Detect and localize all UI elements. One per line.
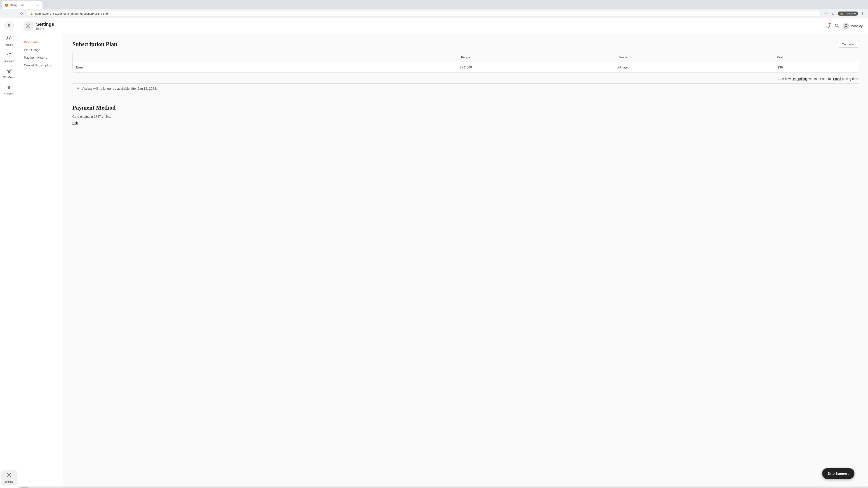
- tab-bar: 🟠 Billing · Drip × +: [2, 1, 50, 9]
- lock-warning-icon: [76, 87, 80, 92]
- sidebar-people-label: People: [5, 43, 13, 46]
- browser-titlebar: 🟠 Billing · Drip × +: [0, 0, 868, 9]
- svg-rect-14: [77, 89, 79, 91]
- sidebar-settings-label: Settings: [4, 480, 13, 483]
- page-title: Settings: [36, 22, 54, 27]
- svg-rect-7: [7, 87, 8, 89]
- sub-nav-plan-usage[interactable]: Plan Usage: [22, 46, 59, 54]
- access-warning-text: Access will no longer be available after…: [82, 87, 157, 90]
- col-header-cost: Cost: [702, 53, 859, 62]
- close-tab-button[interactable]: ×: [36, 3, 39, 7]
- menu-button[interactable]: ⋮: [860, 10, 866, 17]
- sidebar-item-campaigns[interactable]: Campaigns: [1, 49, 17, 65]
- section-divider: [72, 100, 859, 100]
- top-header: Settings Billing: [18, 18, 868, 34]
- address-bar[interactable]: 🔒 getdrip.com/7641396/settings/billing?s…: [27, 11, 820, 17]
- campaigns-icon: [6, 52, 12, 59]
- bottom-scrollbar[interactable]: [18, 486, 868, 488]
- user-avatar: [843, 23, 849, 29]
- subscription-section-header: Subscription Plan Canceled: [72, 41, 859, 48]
- canceled-badge: Canceled: [838, 41, 859, 48]
- browser-controls: ← → ⟳ 🔒 getdrip.com/7641396/settings/bil…: [0, 9, 868, 18]
- refresh-button[interactable]: ⟳: [19, 10, 25, 17]
- settings-icon: [6, 472, 12, 480]
- notification-dot: [829, 23, 831, 24]
- app-container: ☺ People Campaigns: [0, 18, 868, 488]
- sidebar: ☺ People Campaigns: [0, 18, 18, 488]
- sub-nav-payment-history[interactable]: Payment History: [22, 54, 59, 61]
- plan-table: People Sends Cost Email 1 - 2,500 unlimi…: [72, 52, 859, 72]
- payment-method-title: Payment Method: [72, 104, 859, 111]
- app-logo[interactable]: ☺: [4, 21, 14, 30]
- tab-favicon: 🟠: [5, 4, 8, 7]
- sidebar-analytics-label: Analytics: [4, 92, 14, 95]
- new-tab-button[interactable]: +: [44, 3, 50, 9]
- forward-button[interactable]: →: [10, 10, 17, 17]
- profile-button[interactable]: □: [830, 10, 836, 17]
- subscription-title: Subscription Plan: [72, 41, 117, 48]
- sidebar-campaigns-label: Campaigns: [3, 60, 16, 62]
- col-header-sends: Sends: [544, 53, 702, 62]
- edit-payment-link[interactable]: Edit: [72, 121, 78, 125]
- plan-people: 1 - 2,500: [387, 62, 544, 72]
- header-left: Settings Billing: [24, 21, 54, 31]
- back-button[interactable]: ←: [2, 10, 8, 17]
- incognito-badge: 🕵 Incognito: [838, 11, 858, 15]
- drip-pricing-link[interactable]: Drip pricing: [792, 77, 808, 80]
- people-icon: [6, 35, 12, 42]
- browser-chrome: 🟠 Billing · Drip × + ← → ⟳ 🔒 getdrip.com…: [0, 0, 868, 18]
- scrollbar-track: [19, 487, 867, 488]
- active-tab[interactable]: 🟠 Billing · Drip ×: [2, 1, 42, 9]
- user-badge[interactable]: Moodjoy: [843, 23, 863, 29]
- col-header-plan: [72, 53, 387, 62]
- plan-cost: $39: [702, 62, 859, 72]
- drip-support-button[interactable]: Drip Support: [822, 468, 855, 479]
- user-name: Moodjoy: [850, 24, 863, 28]
- tab-title: Billing · Drip: [10, 4, 34, 7]
- sub-sidebar: Billing Info Plan Usage Payment History …: [18, 34, 63, 486]
- sub-nav-billing-info[interactable]: Billing Info: [22, 39, 59, 46]
- col-header-people: People: [387, 53, 544, 62]
- lock-icon: 🔒: [30, 12, 33, 15]
- svg-rect-8: [8, 86, 9, 89]
- info-text-suffix: pricing tiers.: [841, 77, 859, 80]
- sidebar-item-analytics[interactable]: Analytics: [1, 82, 17, 97]
- sidebar-item-settings[interactable]: Settings: [1, 470, 17, 485]
- plan-table-row: Email 1 - 2,500 unlimited $39: [72, 62, 859, 72]
- plan-name: Email: [72, 62, 387, 72]
- incognito-icon: 🕵: [840, 12, 843, 15]
- settings-page-icon: [24, 21, 33, 31]
- sidebar-item-workflows[interactable]: Workflows: [1, 66, 17, 81]
- email-pricing-link[interactable]: Email: [833, 77, 841, 80]
- header-right: Moodjoy: [826, 23, 863, 29]
- pricing-info-text: See how Drip pricing works, or see full …: [72, 77, 859, 80]
- analytics-icon: [6, 84, 12, 91]
- warning-box: Access will no longer be available after…: [72, 84, 859, 95]
- svg-rect-9: [10, 85, 11, 89]
- address-text: getdrip.com/7641396/settings/billing?sec…: [35, 12, 817, 15]
- svg-point-10: [8, 475, 10, 476]
- svg-point-11: [28, 25, 29, 27]
- sidebar-workflows-label: Workflows: [3, 76, 15, 78]
- page-subtitle: Billing: [36, 27, 54, 30]
- search-button[interactable]: [834, 23, 839, 29]
- browser-actions: ☆ □ 🕵 Incognito ⋮: [822, 10, 866, 17]
- notification-button[interactable]: [826, 23, 831, 29]
- main-area: Settings Billing: [18, 18, 868, 488]
- sub-nav-cancel-subscription[interactable]: Cancel Subscription: [22, 62, 59, 69]
- page-content: Subscription Plan Canceled People Sends …: [63, 34, 868, 486]
- plan-sends: unlimited: [544, 62, 702, 72]
- info-text-middle: works, or see full: [808, 77, 833, 80]
- incognito-label: Incognito: [845, 12, 856, 15]
- sidebar-item-people[interactable]: People: [1, 33, 17, 48]
- scrollbar-thumb[interactable]: [21, 487, 28, 488]
- info-text-prefix: See how: [778, 77, 792, 80]
- plan-table-header: People Sends Cost: [72, 53, 859, 62]
- workflows-icon: [6, 68, 12, 75]
- content-with-nav: Billing Info Plan Usage Payment History …: [18, 34, 868, 486]
- card-info: Card ending in 1747 on file.: [72, 115, 859, 119]
- svg-point-3: [10, 37, 11, 38]
- svg-point-2: [7, 36, 9, 38]
- bookmark-button[interactable]: ☆: [822, 10, 829, 17]
- svg-text:☺: ☺: [6, 23, 11, 28]
